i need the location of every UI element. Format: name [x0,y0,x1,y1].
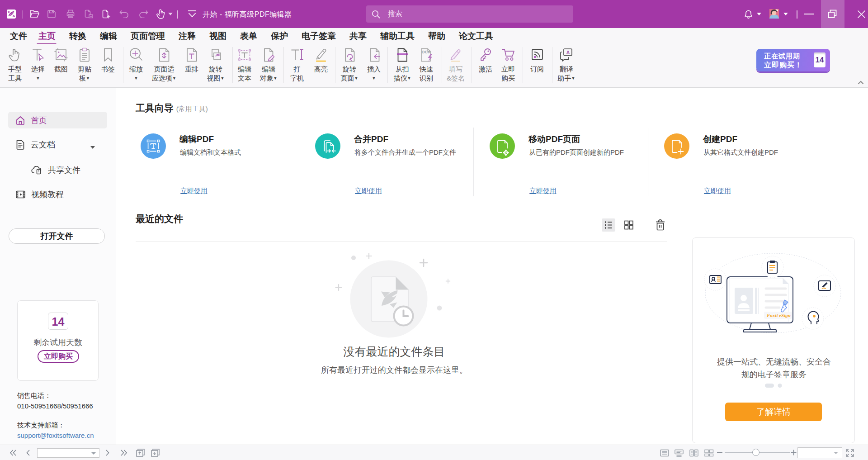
svg-text:Foxit eSign: Foxit eSign [766,313,791,318]
svg-text:A: A [566,50,570,55]
